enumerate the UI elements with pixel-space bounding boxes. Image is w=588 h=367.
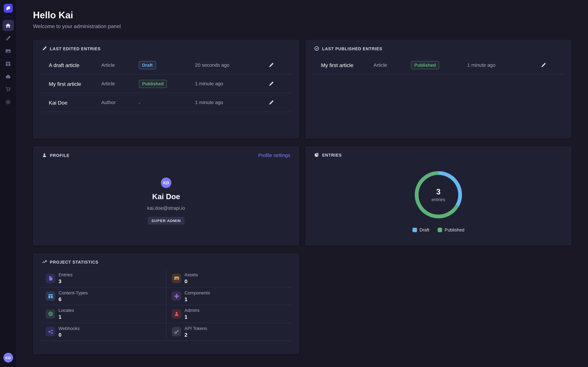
widget-title: PROJECT STATISTICS — [50, 260, 98, 264]
edit-entry-button[interactable] — [538, 60, 549, 70]
cart-icon — [5, 86, 11, 92]
edit-entry-button[interactable] — [266, 60, 276, 70]
stat-value: 1 — [185, 314, 199, 320]
stat-entries: Entries3 — [41, 270, 166, 287]
entry-kind: Author — [101, 100, 139, 105]
legend-label: Draft — [419, 227, 429, 233]
legend-item-published: Published — [438, 227, 465, 233]
stat-label: Entries — [59, 272, 72, 278]
table-row[interactable]: A draft article Article Draft 20 seconds… — [41, 56, 292, 75]
user-avatar[interactable]: KD — [3, 353, 13, 363]
widget-header: LAST PUBLISHED ENTRIES — [305, 40, 571, 51]
entry-title: A draft article — [49, 62, 101, 68]
entry-kind: Article — [101, 62, 139, 68]
sidebar-nav — [2, 20, 14, 108]
content-types-icon — [46, 292, 55, 301]
entries-donut — [412, 168, 465, 221]
status-badge: Draft — [139, 61, 156, 69]
pencil-icon — [268, 100, 274, 105]
profile-settings-link[interactable]: Profile settings — [258, 152, 290, 158]
stat-value: 2 — [185, 332, 207, 338]
assets-icon — [172, 274, 181, 283]
check-circle-icon — [314, 46, 319, 51]
profile-body: KD Kai Doe kai.doe@strapi.io SUPER ADMIN — [33, 177, 299, 225]
published-swatch — [438, 228, 442, 232]
last-edited-table: A draft article Article Draft 20 seconds… — [41, 56, 292, 112]
table-row[interactable]: My first article Article Published 1 min… — [41, 75, 292, 93]
edit-entry-button[interactable] — [266, 78, 276, 89]
components-icon — [172, 292, 181, 301]
entry-time: 1 minute ago — [195, 81, 251, 86]
sidebar: KD — [0, 0, 17, 367]
last-edited-entries-widget: LAST EDITED ENTRIES A draft article Arti… — [33, 40, 299, 139]
stat-value: 3 — [59, 278, 72, 284]
stat-label: Webhooks — [59, 326, 80, 331]
role-badge: SUPER ADMIN — [148, 217, 185, 225]
legend-label: Published — [445, 227, 464, 233]
widget-title: ENTRIES — [322, 153, 342, 157]
api-tokens-icon — [172, 327, 181, 336]
entries-chart: 3 entries Draft Published — [305, 168, 571, 233]
stat-locales: Locales1 — [41, 305, 166, 323]
pencil-icon — [5, 35, 11, 41]
home-icon — [5, 23, 11, 28]
sidebar-item-content-manager[interactable] — [2, 33, 14, 44]
strapi-logo[interactable] — [4, 4, 13, 13]
chart-pie-icon — [314, 152, 319, 157]
sidebar-item-settings[interactable] — [2, 96, 14, 108]
admins-icon — [172, 309, 181, 318]
widget-header: LAST EDITED ENTRIES — [33, 40, 299, 51]
stat-label: Components — [185, 290, 210, 295]
edit-entry-button[interactable] — [266, 97, 276, 108]
project-statistics-widget: PROJECT STATISTICS Entries3 As — [33, 253, 299, 354]
entry-time: 1 minute ago — [467, 62, 523, 68]
chart-legend: Draft Published — [412, 227, 465, 233]
sidebar-item-media-library[interactable] — [2, 45, 14, 57]
profile-name: Kai Doe — [152, 192, 180, 201]
profile-widget: PROFILE Profile settings KD Kai Doe kai.… — [33, 146, 299, 246]
gear-icon — [5, 99, 11, 105]
sidebar-footer: KD — [3, 353, 13, 363]
stat-admins: Admins1 — [166, 305, 292, 323]
entry-title: Kai Doe — [49, 100, 101, 106]
sidebar-item-cloud[interactable] — [2, 71, 14, 82]
entry-title: My first article — [321, 62, 373, 68]
pencil-icon — [541, 62, 546, 67]
legend-item-draft: Draft — [412, 227, 429, 233]
stat-label: API Tokens — [185, 326, 207, 331]
layout-icon — [5, 61, 11, 67]
page-header: Hello Kai Welcome to your administration… — [33, 10, 571, 29]
stat-webhooks: Webhooks0 — [41, 323, 166, 341]
entries-widget: ENTRIES 3 entries Draft — [305, 146, 571, 246]
pencil-icon — [268, 81, 274, 86]
stat-value: 6 — [59, 296, 88, 302]
sidebar-item-marketplace[interactable] — [2, 83, 14, 95]
sidebar-divider — [3, 17, 13, 17]
last-published-table: My first article Article Published 1 min… — [313, 56, 564, 75]
status-badge: Published — [411, 61, 439, 69]
stat-label: Admins — [185, 308, 199, 313]
widget-header: PROJECT STATISTICS — [33, 253, 299, 264]
app: KD Hello Kai Welcome to your administrat… — [0, 0, 588, 367]
stat-value: 0 — [59, 332, 80, 338]
table-row[interactable]: My first article Article Published 1 min… — [313, 56, 564, 75]
last-published-entries-widget: LAST PUBLISHED ENTRIES My first article … — [305, 40, 571, 139]
sidebar-item-content-type-builder[interactable] — [2, 58, 14, 69]
widget-header: ENTRIES — [305, 146, 571, 157]
profile-avatar: KD — [161, 177, 171, 188]
strapi-logo-icon — [5, 5, 11, 11]
table-row[interactable]: Kai Doe Author - 1 minute ago — [41, 93, 292, 112]
entry-time: 20 seconds ago — [195, 62, 251, 68]
main-content: Hello Kai Welcome to your administration… — [17, 0, 588, 367]
entries-icon — [46, 274, 55, 283]
entry-title: My first article — [49, 81, 101, 87]
pencil-icon — [268, 62, 274, 67]
entry-kind: Article — [101, 81, 139, 86]
pencil-icon — [42, 46, 47, 51]
sidebar-item-home[interactable] — [2, 20, 14, 31]
status-badge: Published — [139, 80, 167, 88]
stat-assets: Assets0 — [166, 270, 292, 287]
cloud-icon — [5, 74, 11, 79]
trending-up-icon — [42, 259, 47, 264]
draft-swatch — [412, 228, 417, 232]
